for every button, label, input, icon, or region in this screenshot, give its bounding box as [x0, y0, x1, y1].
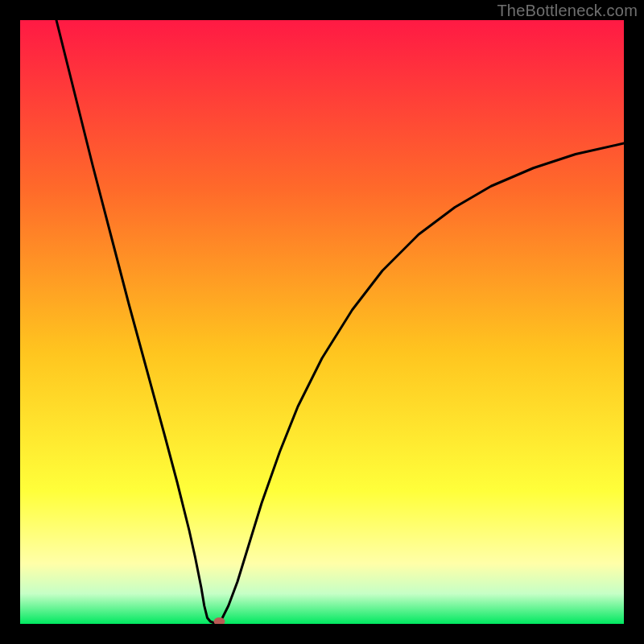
gradient-background [20, 20, 624, 624]
plot-svg [20, 20, 624, 624]
chart-frame: TheBottleneck.com [0, 0, 644, 644]
plot-area [20, 20, 624, 624]
attribution-label: TheBottleneck.com [497, 2, 638, 20]
